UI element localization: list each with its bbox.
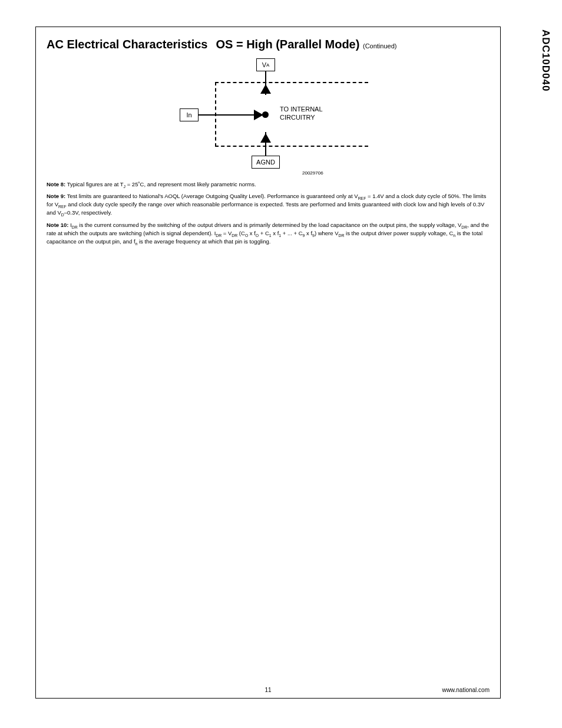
note-8-text-a: Typical figures are at T bbox=[67, 181, 124, 187]
title-part-1: AC Electrical Characteristics bbox=[47, 38, 207, 51]
note-9-text-a: Test limits are guaranteed to National's… bbox=[67, 193, 358, 199]
notes-block: Note 8: Typical figures are at TJ = 25˚C… bbox=[47, 181, 490, 246]
note-10-sub-2: DR bbox=[461, 225, 467, 229]
note-8: Note 8: Typical figures are at TJ = 25˚C… bbox=[47, 181, 490, 189]
to-internal-text: TO INTERNAL bbox=[280, 106, 323, 114]
page-footer: 11 www.national.com bbox=[36, 687, 500, 693]
note-10-text-i: + ... + C bbox=[281, 230, 302, 236]
esd-diagram: VA In AGND TO INTERNAL CIRCUITRY 2002970… bbox=[162, 58, 374, 176]
in-box: In bbox=[180, 108, 199, 121]
note-10-label: Note 10: bbox=[47, 222, 68, 228]
side-part-number: ADC10D040 bbox=[540, 29, 551, 91]
note-10-text-d: = V bbox=[222, 230, 232, 236]
note-10-text-l: is the output driver power supply voltag… bbox=[344, 230, 453, 236]
note-9-sub-2: REF bbox=[58, 205, 67, 209]
va-box: VA bbox=[256, 58, 275, 71]
note-10-sub-4: DR bbox=[232, 233, 237, 238]
va-label: V bbox=[262, 61, 266, 68]
note-9-label: Note 9: bbox=[47, 193, 65, 199]
diagram-container: VA In AGND TO INTERNAL CIRCUITRY 2002970… bbox=[47, 58, 490, 176]
page-number: 11 bbox=[36, 687, 500, 693]
title-part-2: OS = High (Parallel Mode) bbox=[216, 38, 359, 51]
note-8-text-b: = 25˚C, and represent most likely parame… bbox=[125, 181, 256, 187]
note-9-text-c: and clock duty cycle specify the range o… bbox=[47, 201, 484, 216]
note-9-text-d: –0.3V, respectively. bbox=[64, 209, 112, 216]
arrow-in-icon bbox=[254, 110, 263, 120]
note-10-sub-3: DR bbox=[216, 233, 222, 238]
note-9: Note 9: Test limits are guaranteed to Na… bbox=[47, 193, 490, 218]
title-continued: (Continued) bbox=[363, 42, 396, 50]
note-10-text-j: x f bbox=[305, 230, 312, 236]
page-frame: AC Electrical CharacteristicsOS = High (… bbox=[35, 27, 501, 699]
note-10-sub-11: DR bbox=[339, 233, 345, 238]
diode-bottom-icon bbox=[260, 133, 271, 143]
note-10-sub-1: DR bbox=[72, 225, 78, 229]
note-10-text-b: is the current consumed by the switching… bbox=[78, 222, 462, 228]
circuitry-text: CIRCUITRY bbox=[280, 114, 323, 122]
note-10: Note 10: IDR is the current consumed by … bbox=[47, 222, 490, 246]
note-10-text-f: x f bbox=[248, 230, 256, 236]
note-10-text-e: (C bbox=[237, 230, 245, 236]
note-10-text-h: x f bbox=[272, 230, 279, 236]
section-title: AC Electrical CharacteristicsOS = High (… bbox=[47, 38, 490, 51]
internal-circuitry-label: TO INTERNAL CIRCUITRY bbox=[280, 106, 323, 122]
note-10-text-g: + C bbox=[259, 230, 269, 236]
diagram-id: 20029706 bbox=[302, 170, 323, 176]
note-8-label: Note 8: bbox=[47, 181, 65, 187]
va-sub: A bbox=[266, 62, 269, 68]
diode-top-icon bbox=[260, 84, 271, 94]
note-10-text-n: is the average frequency at which that p… bbox=[137, 238, 270, 245]
note-10-text-k: ) where V bbox=[315, 230, 339, 236]
note-9-sub-1: REF bbox=[358, 196, 366, 200]
agnd-box: AGND bbox=[252, 156, 280, 169]
